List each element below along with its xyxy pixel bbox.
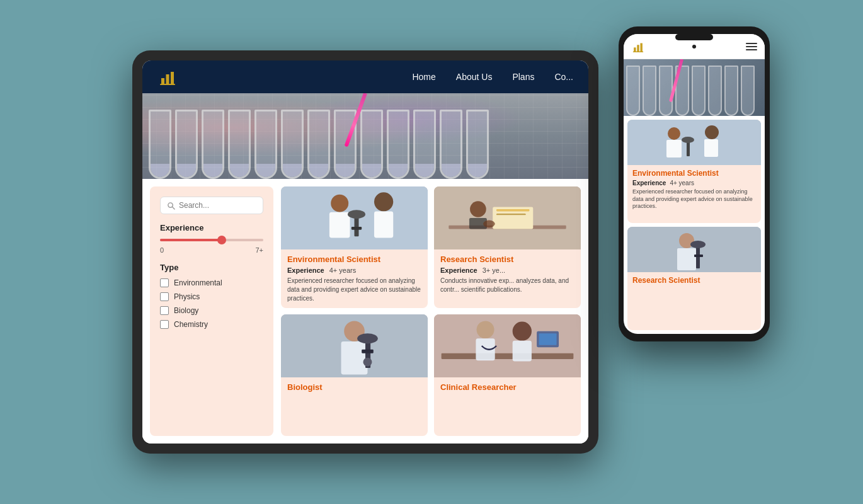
card-exp-value-environmental: 4+ years xyxy=(329,266,357,274)
card-desc-research: Conducts innovative exp... analyzes data… xyxy=(440,277,574,294)
logo-icon xyxy=(157,67,178,87)
hamburger-icon[interactable] xyxy=(746,43,757,50)
tube-3 xyxy=(202,110,224,179)
nav-links: Home About Us Plans Co... xyxy=(412,72,573,82)
checkbox-environmental[interactable]: Environmental xyxy=(160,278,263,287)
phone-screen: Environmental Scientist Experience 4+ ye… xyxy=(624,34,765,334)
svg-rect-38 xyxy=(637,45,639,52)
checkbox-biology[interactable]: Biology xyxy=(160,306,263,315)
svg-point-28 xyxy=(363,358,372,367)
slider-min: 0 xyxy=(160,246,164,254)
experience-label: Experience xyxy=(160,223,263,232)
card-img-research xyxy=(434,186,581,249)
menu-bar-1 xyxy=(746,43,757,44)
svg-point-52 xyxy=(690,241,706,248)
card-research-scientist[interactable]: Research Scientist Experience 3+ ye... C… xyxy=(434,186,581,308)
phone-device: Environmental Scientist Experience 4+ ye… xyxy=(619,26,770,341)
slider-thumb[interactable] xyxy=(217,236,226,244)
phone-card-img-environmental xyxy=(627,120,761,165)
main-content: Experience 0 7+ Type Environmental xyxy=(142,179,588,444)
card-title-biologist: Biologist xyxy=(287,382,421,392)
card-body-environmental: Environmental Scientist Experience 4+ ye… xyxy=(281,249,428,308)
phone-card-exp-value: 4+ years xyxy=(670,180,694,186)
phone-hero-bg xyxy=(624,59,765,116)
p-tube-1 xyxy=(626,66,640,116)
hero-banner xyxy=(142,93,588,179)
p-tube-2 xyxy=(643,66,656,116)
slider-labels: 0 7+ xyxy=(160,246,263,254)
svg-point-7 xyxy=(331,195,348,212)
tube-13 xyxy=(466,110,489,179)
experience-slider[interactable]: 0 7+ xyxy=(160,239,263,254)
svg-point-45 xyxy=(682,137,694,143)
cards-area: Environmental Scientist Experience 4+ ye… xyxy=(273,179,588,444)
phone-tubes xyxy=(624,59,765,116)
search-box[interactable] xyxy=(160,197,263,214)
tablet-device: Home About Us Plans Co... xyxy=(132,50,598,454)
checkbox-box-biology xyxy=(160,306,169,315)
checkbox-label-physics: Physics xyxy=(174,292,200,301)
slider-fill xyxy=(160,239,222,241)
tubes-container xyxy=(142,93,588,179)
checkbox-label-chemistry: Chemistry xyxy=(174,320,208,329)
tube-7 xyxy=(307,110,330,179)
card-clinical-researcher[interactable]: Clinical Researcher xyxy=(434,314,581,436)
svg-rect-41 xyxy=(627,120,761,165)
p-tube-7 xyxy=(724,66,738,116)
card-img-clinical xyxy=(434,314,581,377)
phone-cards: Environmental Scientist Experience 4+ ye… xyxy=(624,116,765,334)
phone-card-exp-label: Experience xyxy=(632,180,666,186)
card-title-environmental: Environmental Scientist xyxy=(287,255,421,264)
svg-point-10 xyxy=(348,210,365,219)
svg-rect-30 xyxy=(442,353,574,359)
svg-rect-8 xyxy=(329,212,350,238)
search-input[interactable] xyxy=(179,201,256,210)
checkbox-label-biology: Biology xyxy=(174,306,198,315)
phone-card-environmental[interactable]: Environmental Scientist Experience 4+ ye… xyxy=(627,120,761,223)
tube-1 xyxy=(149,110,171,179)
svg-rect-47 xyxy=(704,139,718,157)
checkbox-physics[interactable]: Physics xyxy=(160,292,263,301)
svg-rect-2 xyxy=(171,72,174,84)
svg-point-31 xyxy=(477,321,494,338)
tube-2 xyxy=(175,110,198,179)
card-exp-label-research: Experience xyxy=(440,266,477,274)
svg-rect-27 xyxy=(362,350,374,353)
nav-contact[interactable]: Co... xyxy=(554,72,573,82)
svg-point-19 xyxy=(470,201,486,217)
card-exp-row-environmental: Experience 4+ years xyxy=(287,266,421,274)
checkbox-label-environmental: Environmental xyxy=(174,278,222,287)
p-tube-8 xyxy=(741,66,755,116)
tube-12 xyxy=(440,110,462,179)
card-biologist[interactable]: Biologist xyxy=(281,314,428,436)
checkbox-chemistry[interactable]: Chemistry xyxy=(160,320,263,329)
tube-5 xyxy=(254,110,277,179)
card-body-clinical: Clinical Researcher xyxy=(434,377,581,399)
menu-bar-2 xyxy=(746,46,757,47)
tube-9 xyxy=(360,110,383,179)
nav-home[interactable]: Home xyxy=(412,72,435,82)
phone-logo-icon xyxy=(631,40,645,54)
card-environmental-scientist[interactable]: Environmental Scientist Experience 4+ ye… xyxy=(281,186,428,308)
card-img-environmental xyxy=(281,186,428,249)
svg-rect-0 xyxy=(161,78,164,84)
svg-rect-36 xyxy=(539,333,557,345)
svg-rect-50 xyxy=(677,248,696,270)
phone-card-exp-row: Experience 4+ years xyxy=(632,180,756,186)
svg-line-5 xyxy=(172,207,174,209)
phone-hero xyxy=(624,59,765,116)
nav-logo xyxy=(157,67,178,87)
phone-card-img-researcher xyxy=(627,227,761,272)
svg-rect-11 xyxy=(351,227,362,230)
card-title-research: Research Scientist xyxy=(440,255,574,264)
svg-rect-3 xyxy=(160,84,175,85)
nav-plans[interactable]: Plans xyxy=(512,72,534,82)
phone-card-researcher[interactable]: Research Scientist xyxy=(627,227,761,330)
phone-card-desc: Experienced researcher focused on analyz… xyxy=(632,188,756,210)
svg-rect-39 xyxy=(640,43,642,52)
tube-10 xyxy=(387,110,409,179)
card-exp-row-research: Experience 3+ ye... xyxy=(440,266,574,274)
nav-about[interactable]: About Us xyxy=(456,72,493,82)
svg-point-12 xyxy=(374,192,393,211)
p-tube-6 xyxy=(708,66,722,116)
